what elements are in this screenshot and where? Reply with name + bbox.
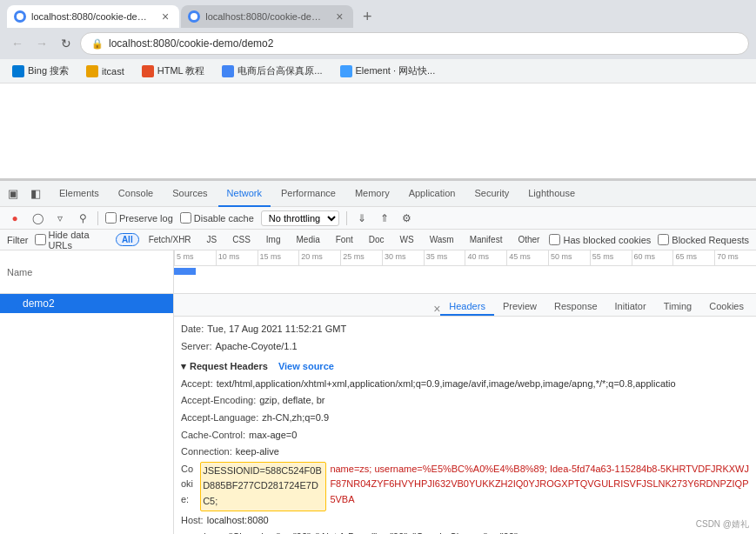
filter-css[interactable]: CSS	[226, 233, 257, 246]
bookmark-ecommerce-label: 电商后台高保真原...	[238, 64, 322, 77]
accept-encoding-key: Accept-Encoding:	[181, 393, 256, 409]
filter-js[interactable]: JS	[201, 233, 224, 246]
filter-right-group: Has blocked cookies Blocked Requests	[549, 234, 749, 245]
close-detail-button[interactable]: ×	[433, 302, 440, 316]
url-box[interactable]: 🔒 localhost:8080/cookie-demo/demo2	[80, 32, 749, 55]
filter-wasm[interactable]: Wasm	[424, 233, 460, 246]
record-button[interactable]: ●	[7, 210, 23, 226]
tab-network[interactable]: Network	[218, 181, 271, 207]
bookmark-element[interactable]: Element · 网站快...	[335, 63, 441, 79]
watermark: CSDN @婧礼	[696, 518, 749, 531]
tab-memory[interactable]: Memory	[346, 181, 398, 207]
tick-40ms: 40 ms	[465, 250, 506, 265]
devtools-device-button[interactable]: ◧	[26, 184, 45, 204]
filter-other[interactable]: Other	[512, 233, 545, 246]
accept-encoding-val: gzip, deflate, br	[259, 393, 324, 409]
host-key: Host:	[181, 513, 204, 529]
filter-manifest[interactable]: Manifest	[464, 233, 509, 246]
cookie-highlight-val: JSESSIONID=588C524F0BD885BF277CD281724E7…	[200, 462, 326, 511]
settings-icon[interactable]: ⚙	[399, 210, 415, 226]
rp-tab-cookies[interactable]: Cookies	[700, 298, 753, 316]
cache-control-val: max-age=0	[249, 428, 297, 444]
timeline-content: 5 ms 10 ms 15 ms 20 ms 25 ms 30 ms 35 ms…	[174, 250, 756, 293]
filter-ws[interactable]: WS	[394, 233, 420, 246]
reload-button[interactable]: ↻	[56, 33, 77, 54]
bookmark-itcast-label: itcast	[102, 66, 124, 77]
tab-console[interactable]: Console	[110, 181, 162, 207]
tab-1-title: localhost:8080/cookie-demo/	[31, 11, 153, 22]
tab-sources[interactable]: Sources	[164, 181, 216, 207]
rp-tab-headers[interactable]: Headers	[440, 298, 494, 316]
clear-button[interactable]: ◯	[30, 210, 45, 226]
new-tab-button[interactable]: +	[355, 5, 379, 28]
disable-cache-checkbox[interactable]: Disable cache	[180, 212, 254, 224]
bookmark-html-icon	[142, 65, 154, 77]
request-detail-tabs: × Headers Preview Response Initiator Tim…	[174, 294, 756, 317]
tab-lighthouse[interactable]: Lighthouse	[519, 181, 584, 207]
request-headers-toggle[interactable]: ▾	[181, 359, 186, 375]
filter-fetch-xhr[interactable]: Fetch/XHR	[143, 233, 197, 246]
filter-doc[interactable]: Doc	[363, 233, 391, 246]
tab-1-active[interactable]: localhost:8080/cookie-demo/ ×	[7, 5, 179, 28]
url-text: localhost:8080/cookie-demo/demo2	[109, 37, 273, 50]
tab-performance[interactable]: Performance	[272, 181, 345, 207]
filter-media[interactable]: Media	[290, 233, 325, 246]
bookmark-itcast-icon	[86, 65, 98, 77]
devtools-inspect-button[interactable]: ▣	[3, 184, 23, 204]
blocked-requests-cb[interactable]: Blocked Requests	[658, 234, 749, 245]
tick-45ms: 45 ms	[506, 250, 548, 265]
request-item-file-icon	[7, 298, 17, 309]
tick-50ms: 50 ms	[548, 250, 590, 265]
tab-elements[interactable]: Elements	[50, 181, 108, 207]
filter-toggle-button[interactable]: ▿	[52, 210, 68, 226]
rp-tab-preview[interactable]: Preview	[494, 298, 545, 316]
view-source-link[interactable]: View source	[278, 359, 334, 375]
tab-2-inactive[interactable]: localhost:8080/cookie-demo/ ×	[181, 5, 353, 28]
tab-2-title: localhost:8080/cookie-demo/	[205, 11, 327, 22]
export-icon[interactable]: ⇑	[377, 210, 392, 226]
tick-65ms: 65 ms	[672, 250, 714, 265]
request-detail-panel: × Headers Preview Response Initiator Tim…	[174, 294, 756, 534]
request-item-demo2[interactable]: demo2	[0, 294, 173, 313]
filter-font[interactable]: Font	[330, 233, 359, 246]
tab-1-close[interactable]: ×	[162, 10, 169, 23]
request-header-accept-encoding: Accept-Encoding: gzip, deflate, br	[181, 393, 749, 409]
rp-tab-response[interactable]: Response	[545, 298, 606, 316]
svg-point-1	[191, 13, 197, 20]
rp-tab-initiator[interactable]: Initiator	[606, 298, 655, 316]
bookmark-itcast[interactable]: itcast	[81, 63, 130, 79]
search-button[interactable]: ⚲	[75, 210, 90, 226]
headers-content: Date: Tue, 17 Aug 2021 11:52:21 GMT Serv…	[174, 317, 756, 534]
bookmark-bing[interactable]: Bing 搜索	[7, 63, 74, 79]
timeline-left-panel: Name	[0, 250, 174, 293]
cookie-rest-val: name=zs; username=%E5%BC%A0%E4%B8%89; Id…	[330, 462, 749, 511]
filter-all-btn[interactable]: All	[116, 233, 139, 246]
rp-tab-timing[interactable]: Timing	[655, 298, 701, 316]
timeline-name-header: Name	[7, 267, 32, 277]
hide-data-urls-cb[interactable]: Hide data URLs	[35, 230, 111, 250]
tick-55ms: 55 ms	[590, 250, 632, 265]
tab-2-close[interactable]: ×	[336, 10, 343, 23]
tick-5ms: 5 ms	[174, 250, 216, 265]
tick-15ms: 15 ms	[258, 250, 299, 265]
bookmark-element-icon	[340, 65, 352, 77]
bookmark-ecommerce[interactable]: 电商后台高保真原...	[217, 63, 327, 79]
bookmark-bing-icon	[12, 65, 24, 77]
has-blocked-cookies-cb[interactable]: Has blocked cookies	[549, 234, 651, 245]
forward-button[interactable]: →	[31, 33, 52, 54]
connection-val: keep-alive	[236, 444, 279, 460]
tab-security[interactable]: Security	[465, 181, 518, 207]
filter-img[interactable]: Img	[260, 233, 287, 246]
cache-control-key: Cache-Control:	[181, 428, 245, 444]
connection-key: Connection:	[181, 444, 232, 460]
tab-2-favicon	[188, 10, 200, 23]
page-content-area	[0, 83, 756, 179]
preserve-log-checkbox[interactable]: Preserve log	[105, 212, 173, 224]
tab-application[interactable]: Application	[400, 181, 465, 207]
accept-language-val: zh-CN,zh;q=0.9	[262, 411, 329, 426]
svg-point-0	[17, 13, 23, 20]
bookmark-html[interactable]: HTML 教程	[137, 63, 211, 79]
import-icon[interactable]: ⇓	[354, 210, 370, 226]
throttle-select[interactable]: No throttling Fast 3G Slow 3G	[261, 210, 339, 226]
back-button[interactable]: ←	[7, 33, 28, 54]
